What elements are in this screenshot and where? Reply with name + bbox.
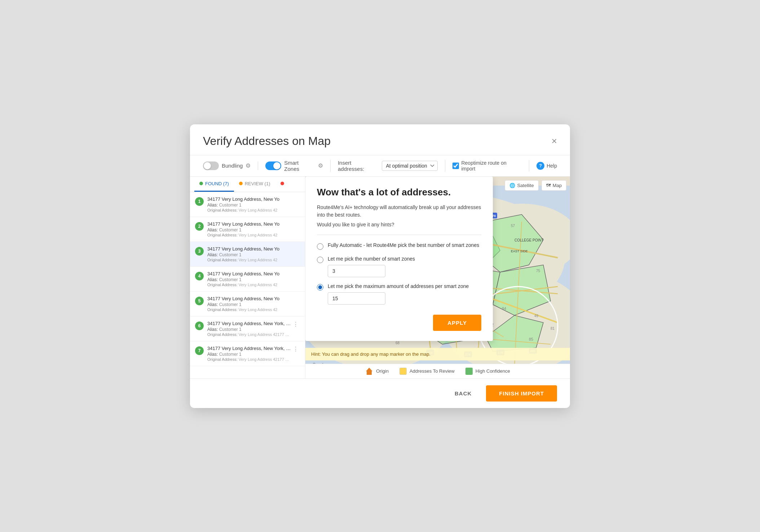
help-section[interactable]: ? Help bbox=[536, 162, 557, 170]
addr-info: 34177 Very Long Address, New Yo Alias: C… bbox=[207, 296, 300, 312]
addr-number: 1 bbox=[195, 197, 204, 206]
bundling-toggle[interactable] bbox=[203, 161, 219, 170]
addr-original: Original Address: Very Long Address 42 bbox=[207, 233, 300, 237]
modal-header: Verify Addresses on Map × bbox=[190, 124, 570, 155]
max-addresses-input[interactable] bbox=[328, 292, 385, 305]
finish-import-button[interactable]: FINISH IMPORT bbox=[486, 385, 557, 402]
addr-original: Original Address: Very Long Address 42 bbox=[207, 283, 300, 287]
reoptimize-section: Reoptimize route on import bbox=[452, 160, 529, 172]
svg-text:81: 81 bbox=[551, 327, 555, 331]
smart-zone-count-input[interactable] bbox=[328, 265, 385, 277]
popup-question: Would you like to give it any hints? bbox=[317, 222, 481, 227]
origin-house-icon bbox=[365, 368, 373, 375]
map-controls: 🌐 Satellite 🗺 Map bbox=[505, 180, 566, 191]
radio-pick-number-label: Let me pick the number of smart zones bbox=[328, 256, 415, 262]
tab-found[interactable]: FOUND (7) bbox=[194, 177, 234, 192]
addr-info: 34177 Very Long Address, New Yo Alias: C… bbox=[207, 196, 300, 212]
smart-zones-label: Smart Zones bbox=[284, 160, 315, 172]
list-item[interactable]: 5 34177 Very Long Address, New Yo Alias:… bbox=[190, 292, 305, 316]
addr-info: 34177 Very Long Address, New Yo Alias: C… bbox=[207, 246, 300, 262]
list-item[interactable]: 7 34177 Very Long Address, New York, NY … bbox=[190, 341, 305, 366]
svg-text:COLLEGE POINT: COLLEGE POINT bbox=[514, 238, 544, 242]
list-item[interactable]: 6 34177 Very Long Address, New York, NY … bbox=[190, 316, 305, 341]
addr-info: 34177 Very Long Address, New York, NY 53… bbox=[207, 321, 291, 337]
radio-option-2: Let me pick the number of smart zones bbox=[317, 256, 481, 277]
addr-original: Original Address: Very Long Address 42 bbox=[207, 307, 300, 312]
addr-info: 34177 Very Long Address, New Yo Alias: C… bbox=[207, 221, 300, 237]
bundling-section: Bundling ⚙ bbox=[203, 161, 258, 170]
addr-alias: Alias: Customer 1 bbox=[207, 327, 291, 332]
radio-automatic[interactable] bbox=[317, 243, 323, 250]
bundling-gear-icon[interactable]: ⚙ bbox=[246, 162, 251, 169]
insert-section: Insert addresses: At optimal position bbox=[338, 160, 446, 172]
svg-text:EAST SIDE: EAST SIDE bbox=[511, 249, 528, 253]
back-button[interactable]: BACK bbox=[447, 387, 479, 400]
bundling-label: Bundling bbox=[222, 163, 243, 169]
address-list: 1 34177 Very Long Address, New Yo Alias:… bbox=[190, 192, 305, 378]
addr-number: 3 bbox=[195, 247, 204, 256]
list-item[interactable]: 4 34177 Very Long Address, New Yo Alias:… bbox=[190, 267, 305, 292]
legend: Origin Addresses To Review High Confiden… bbox=[305, 364, 570, 378]
satellite-label: Satellite bbox=[517, 183, 534, 188]
tab-not-found[interactable] bbox=[275, 177, 289, 192]
radio-option-1: Fully Automatic - let Route4Me pick the … bbox=[317, 242, 481, 250]
context-menu-trigger[interactable]: ⋮ bbox=[291, 346, 300, 353]
help-text: Help bbox=[547, 163, 557, 169]
satellite-button[interactable]: 🌐 Satellite bbox=[505, 180, 538, 191]
popup-desc: Route4Me's AI+ technology will automatic… bbox=[317, 204, 481, 219]
addr-number: 4 bbox=[195, 272, 204, 280]
smart-zones-gear-icon[interactable]: ⚙ bbox=[318, 162, 323, 169]
addr-main: 34177 Very Long Address, New Yo bbox=[207, 196, 300, 202]
found-dot bbox=[199, 182, 203, 185]
addr-alias: Alias: Customer 1 bbox=[207, 252, 300, 257]
confidence-icon bbox=[465, 368, 473, 375]
addr-number: 5 bbox=[195, 297, 204, 305]
legend-confidence: High Confidence bbox=[465, 368, 510, 375]
addr-original: Original Address: Very Long Address 42 bbox=[207, 208, 300, 212]
list-item[interactable]: 3 34177 Very Long Address, New Yo Alias:… bbox=[190, 242, 305, 267]
reoptimize-text: Reoptimize route on import bbox=[461, 160, 522, 172]
list-item[interactable]: 1 34177 Very Long Address, New Yo Alias:… bbox=[190, 192, 305, 217]
addr-info: 34177 Very Long Address, New Yo Alias: C… bbox=[207, 271, 300, 287]
smart-zones-toggle[interactable] bbox=[265, 161, 281, 170]
addr-original: Original Address: Very Long Address 42 bbox=[207, 258, 300, 262]
map-label: Map bbox=[553, 183, 562, 188]
addr-main: 34177 Very Long Address, New York, NY 53… bbox=[207, 321, 291, 326]
radio-pick-number[interactable] bbox=[317, 257, 323, 263]
legend-origin: Origin bbox=[365, 368, 389, 375]
modal-footer: BACK FINISH IMPORT bbox=[190, 378, 570, 408]
map-button[interactable]: 🗺 Map bbox=[542, 180, 566, 191]
main-content: FOUND (7) REVIEW (1) 1 34177 Very Long A… bbox=[190, 177, 570, 378]
addr-main: 34177 Very Long Address, New Yo bbox=[207, 296, 300, 301]
map-icon: 🗺 bbox=[546, 183, 551, 188]
addr-original: Original Address: Very Long Address 4217… bbox=[207, 357, 291, 362]
close-button[interactable]: × bbox=[552, 136, 557, 146]
svg-text:57: 57 bbox=[511, 224, 515, 228]
hint-text: Hint: You can drag and drop any map mark… bbox=[311, 351, 430, 357]
tab-review[interactable]: REVIEW (1) bbox=[234, 177, 275, 192]
apply-button[interactable]: APPLY bbox=[433, 315, 481, 331]
svg-text:68: 68 bbox=[396, 341, 400, 345]
review-dot bbox=[239, 182, 243, 185]
legend-review: Addresses To Review bbox=[399, 368, 455, 375]
insert-select[interactable]: At optimal position bbox=[382, 161, 438, 171]
popup-title: Wow that's a lot of addresses. bbox=[317, 187, 481, 198]
radio-max-addresses[interactable] bbox=[317, 284, 323, 291]
insert-label: Insert addresses: bbox=[338, 160, 379, 172]
origin-label: Origin bbox=[376, 368, 389, 374]
review-label: Addresses To Review bbox=[410, 368, 455, 374]
addr-main: 34177 Very Long Address, New Yo bbox=[207, 271, 300, 276]
radio-max-addresses-label: Let me pick the maximum amount of addres… bbox=[328, 283, 469, 289]
addr-main: 34177 Very Long Address, New Yo bbox=[207, 246, 300, 252]
tab-review-label: REVIEW (1) bbox=[245, 181, 270, 186]
addr-alias: Alias: Customer 1 bbox=[207, 352, 291, 357]
list-item[interactable]: 2 34177 Very Long Address, New Yo Alias:… bbox=[190, 217, 305, 242]
context-menu-trigger[interactable]: ⋮ bbox=[291, 321, 300, 328]
hint-bar: Hint: You can drag and drop any map mark… bbox=[305, 348, 570, 360]
modal-title: Verify Addresses on Map bbox=[203, 134, 331, 148]
smart-zones-section: Smart Zones ⚙ bbox=[265, 160, 331, 172]
radio-option-3: Let me pick the maximum amount of addres… bbox=[317, 283, 481, 305]
popup-divider bbox=[317, 235, 481, 235]
reoptimize-label[interactable]: Reoptimize route on import bbox=[452, 160, 522, 172]
reoptimize-checkbox[interactable] bbox=[452, 163, 459, 169]
